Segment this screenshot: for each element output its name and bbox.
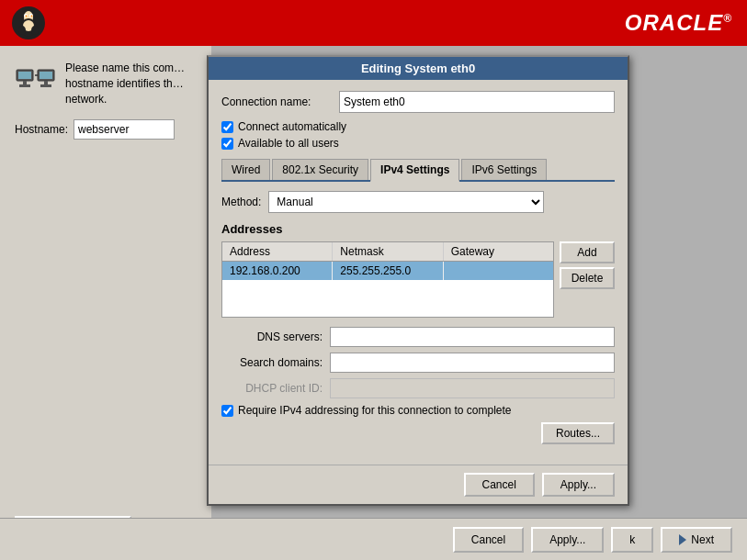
- svg-point-11: [31, 26, 39, 35]
- svg-rect-19: [40, 84, 51, 87]
- svg-point-10: [18, 26, 26, 35]
- col-address: Address: [222, 242, 333, 261]
- bottom-bar: Cancel Apply... k Next: [0, 518, 747, 560]
- available-users-row: Available to all users: [221, 137, 615, 150]
- apply-button[interactable]: Apply...: [531, 527, 604, 553]
- oracle-logo: ORACLE®: [625, 10, 732, 36]
- tabs: Wired 802.1x Security IPv4 Settings IPv6…: [221, 159, 615, 182]
- search-input[interactable]: [330, 353, 615, 373]
- available-users-label: Available to all users: [238, 137, 339, 150]
- svg-rect-15: [19, 84, 30, 87]
- routes-row: Routes...: [221, 422, 615, 444]
- svg-point-6: [31, 16, 33, 17]
- dialog-titlebar: Editing System eth0: [209, 57, 628, 80]
- addresses-table-container: Address Netmask Gateway 192.168.0.200 25…: [221, 241, 615, 318]
- dns-row: DNS servers:: [221, 327, 615, 347]
- svg-point-5: [26, 16, 28, 17]
- svg-rect-14: [23, 81, 27, 84]
- next-button[interactable]: Next: [661, 527, 732, 553]
- tab-8021x[interactable]: 802.1x Security: [272, 159, 368, 180]
- left-panel: Please name this com…hostname identifies…: [0, 46, 211, 560]
- editing-dialog: Editing System eth0 Connection name: Con…: [207, 55, 629, 506]
- dialog-overlay: Editing System eth0 Connection name: Con…: [207, 46, 747, 518]
- tux-icon: [11, 6, 46, 40]
- addresses-title: Addresses: [221, 222, 615, 236]
- dialog-cancel-button[interactable]: Cancel: [464, 473, 535, 497]
- tab-wired[interactable]: Wired: [221, 159, 270, 180]
- method-row: Method: Manual Automatic (DHCP): [221, 191, 615, 213]
- dialog-body: Connection name: Connect automatically A…: [209, 80, 628, 465]
- connect-auto-row: Connect automatically: [221, 120, 615, 133]
- connection-name-row: Connection name:: [221, 91, 615, 113]
- dhcp-input: [330, 378, 615, 398]
- table-header: Address Netmask Gateway: [222, 242, 553, 262]
- left-panel-description: Please name this com…hostname identifies…: [65, 61, 185, 106]
- available-users-checkbox[interactable]: [221, 138, 233, 150]
- require-ipv4-label: Require IPv4 addressing for this connect…: [238, 404, 512, 417]
- cell-netmask: 255.255.255.0: [333, 262, 443, 280]
- tab-ipv4[interactable]: IPv4 Settings: [370, 159, 459, 182]
- hostname-label: Hostname:: [15, 123, 68, 136]
- method-select[interactable]: Manual Automatic (DHCP): [268, 191, 544, 213]
- arrow-right-icon: [679, 534, 686, 545]
- dns-input[interactable]: [330, 327, 615, 347]
- dialog-apply-button[interactable]: Apply...: [542, 473, 615, 497]
- svg-rect-18: [44, 81, 48, 84]
- cell-gateway: [444, 262, 553, 280]
- addresses-table: Address Netmask Gateway 192.168.0.200 25…: [221, 241, 554, 318]
- left-panel-content: Please name this com…hostname identifies…: [15, 61, 197, 106]
- tab-ipv6[interactable]: IPv6 Settings: [461, 159, 547, 180]
- routes-button[interactable]: Routes...: [541, 422, 615, 444]
- svg-rect-13: [18, 72, 31, 79]
- require-ipv4-checkbox[interactable]: [221, 405, 233, 417]
- search-label: Search domains:: [221, 356, 323, 369]
- method-label: Method:: [221, 196, 261, 208]
- cell-address: 192.168.0.200: [222, 262, 333, 280]
- table-empty-area: [222, 280, 553, 317]
- connect-auto-checkbox[interactable]: [221, 121, 233, 133]
- network-icon: [15, 62, 56, 102]
- table-row[interactable]: 192.168.0.200 255.255.255.0: [222, 262, 553, 280]
- add-address-button[interactable]: Add: [560, 241, 615, 263]
- connect-auto-label: Connect automatically: [238, 120, 346, 133]
- oracle-bar: ORACLE®: [0, 0, 747, 46]
- connection-name-input[interactable]: [339, 91, 615, 113]
- connection-name-label: Connection name:: [221, 95, 332, 108]
- ipv4-tab-content: Method: Manual Automatic (DHCP) Addresse…: [221, 182, 615, 454]
- dns-label: DNS servers:: [221, 330, 323, 343]
- main-area: Please name this com…hostname identifies…: [0, 46, 747, 560]
- dhcp-row: DHCP client ID:: [221, 378, 615, 398]
- hostname-input[interactable]: [74, 119, 175, 140]
- dialog-footer: Cancel Apply...: [209, 465, 628, 504]
- dhcp-label: DHCP client ID:: [221, 382, 323, 395]
- require-ipv4-row: Require IPv4 addressing for this connect…: [221, 404, 615, 417]
- col-gateway: Gateway: [444, 242, 553, 261]
- back-button[interactable]: k: [611, 527, 653, 553]
- cancel-button[interactable]: Cancel: [453, 527, 524, 553]
- col-netmask: Netmask: [333, 242, 443, 261]
- svg-rect-17: [40, 72, 52, 79]
- search-row: Search domains:: [221, 353, 615, 373]
- delete-address-button[interactable]: Delete: [560, 267, 615, 289]
- address-buttons: Add Delete: [560, 241, 615, 318]
- hostname-row: Hostname:: [15, 119, 197, 140]
